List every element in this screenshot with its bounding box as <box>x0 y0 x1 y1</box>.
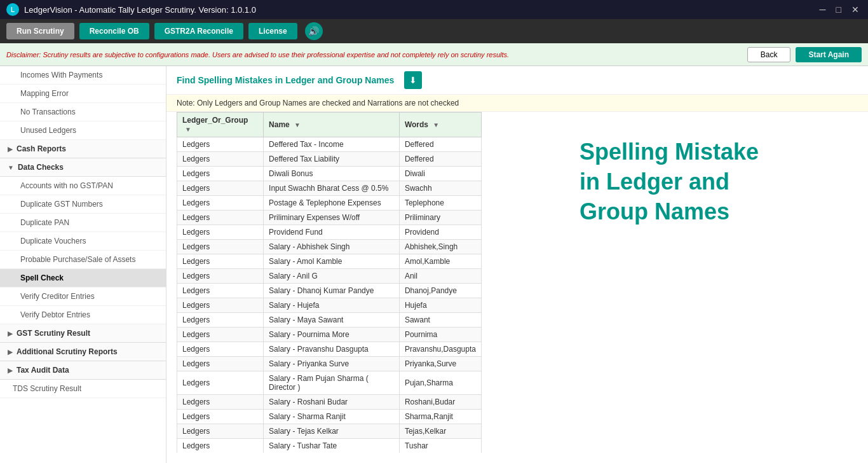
table-cell-ledger_or_group: Ledgers <box>177 211 264 225</box>
gstr2a-reconcile-button[interactable]: GSTR2A Reconcile <box>154 23 243 39</box>
table-cell-words: Pujan,Sharma <box>399 371 481 395</box>
section-header: Find Spelling Mistakes in Ledger and Gro… <box>166 66 868 95</box>
window-controls[interactable]: ─ □ ✕ <box>817 4 862 15</box>
table-row[interactable]: LedgersPostage & Teplephone ExpensesTepl… <box>177 196 482 211</box>
sidebar-item-duplicate-pan[interactable]: Duplicate PAN <box>0 214 166 232</box>
license-button[interactable]: License <box>248 23 297 39</box>
chevron-right-icon-tax: ▶ <box>8 367 13 374</box>
table-row[interactable]: LedgersSalary - Sharma RanjitSharma,Ranj… <box>177 410 482 424</box>
table-cell-ledger_or_group: Ledgers <box>177 167 264 181</box>
sidebar-item-verify-creditor[interactable]: Verify Creditor Entries <box>0 287 166 306</box>
table-cell-words: Tushar <box>399 439 481 453</box>
sidebar-item-accounts-no-gst[interactable]: Accounts with no GST/PAN <box>0 177 166 195</box>
table-row[interactable]: LedgersSalary - Pournima MorePournima <box>177 328 482 342</box>
table-cell-words: Anil <box>399 269 481 284</box>
table-row[interactable]: LedgersDeffered Tax LiabilityDeffered <box>177 152 482 167</box>
table-cell-ledger_or_group: Ledgers <box>177 284 264 298</box>
table-row[interactable]: LedgersSalary - Tushar TateTushar <box>177 439 482 453</box>
table-row[interactable]: LedgersProvidend FundProvidend <box>177 225 482 240</box>
table-cell-name: Providend Fund <box>264 225 400 240</box>
table-cell-ledger_or_group: Ledgers <box>177 181 264 196</box>
table-row[interactable]: LedgersSalary - Abhishek SinghAbhishek,S… <box>177 240 482 254</box>
table-cell-name: Salary - Dhanoj Kumar Pandye <box>264 284 400 298</box>
table-row[interactable]: LedgersSalary - Priyanka SurvePriyanka,S… <box>177 357 482 371</box>
table-row[interactable]: LedgersDiwali BonusDiwali <box>177 167 482 181</box>
disclaimer-actions: Back Start Again <box>747 47 862 62</box>
sidebar-group-data-checks[interactable]: ▼ Data Checks <box>0 158 166 177</box>
table-row[interactable]: LedgersSalary - Dhanoj Kumar PandyeDhano… <box>177 284 482 298</box>
speaker-icon[interactable]: 🔊 <box>305 22 323 40</box>
table-row[interactable]: LedgersSalary - Pravanshu DasguptaPravan… <box>177 342 482 357</box>
sidebar-item-unused-ledgers[interactable]: Unused Ledgers <box>0 121 166 140</box>
table-cell-ledger_or_group: Ledgers <box>177 395 264 410</box>
table-cell-ledger_or_group: Ledgers <box>177 439 264 453</box>
table-row[interactable]: LedgersSalary - Anil GAnil <box>177 269 482 284</box>
sidebar-item-verify-debtor[interactable]: Verify Debtor Entries <box>0 306 166 324</box>
table-wrap: Ledger_Or_Group ▼ Name ▼ Words ▼ Ledgers… <box>177 112 482 453</box>
spell-check-table: Ledger_Or_Group ▼ Name ▼ Words ▼ Ledgers… <box>177 112 482 453</box>
sidebar-group-cash-reports-label: Cash Reports <box>17 144 66 153</box>
sidebar-group-gst-label: GST Scrutiny Result <box>17 329 90 338</box>
table-row[interactable]: LedgersSalary - Ram Pujan Sharma ( Direc… <box>177 371 482 395</box>
sidebar-group-tax-audit[interactable]: ▶ Tax Audit Data <box>0 361 166 380</box>
table-cell-words: Deffered <box>399 137 481 152</box>
table-row[interactable]: LedgersSalary - HujefaHujefa <box>177 298 482 313</box>
sidebar-item-mapping-error[interactable]: Mapping Error <box>0 85 166 103</box>
sidebar-item-duplicate-gst[interactable]: Duplicate GST Numbers <box>0 195 166 214</box>
table-cell-words: Sharma,Ranjit <box>399 410 481 424</box>
maximize-button[interactable]: □ <box>834 4 844 15</box>
table-cell-name: Salary - Priyanka Surve <box>264 357 400 371</box>
table-cell-name: Salary - Tejas Kelkar <box>264 424 400 439</box>
reconcile-ob-button[interactable]: Reconcile OB <box>79 23 149 39</box>
sidebar-item-tds-scrutiny[interactable]: TDS Scrutiny Result <box>0 380 166 398</box>
sidebar-group-additional-reports[interactable]: ▶ Additional Scrutiny Reports <box>0 343 166 361</box>
disclaimer-text: Disclaimer: Scrutiny results are subject… <box>6 51 747 59</box>
back-button[interactable]: Back <box>747 47 791 62</box>
table-cell-words: Abhishek,Singh <box>399 240 481 254</box>
table-row[interactable]: LedgersDeffered Tax - IncomeDeffered <box>177 137 482 152</box>
table-cell-ledger_or_group: Ledgers <box>177 313 264 328</box>
table-row[interactable]: LedgersInput Swachh Bharat Cess @ 0.5%Sw… <box>177 181 482 196</box>
col-header-name: Name ▼ <box>264 113 400 137</box>
sidebar-group-gst-scrutiny[interactable]: ▶ GST Scrutiny Result <box>0 324 166 343</box>
table-cell-words: Diwali <box>399 167 481 181</box>
table-cell-words: Deffered <box>399 152 481 167</box>
table-cell-words: Pournima <box>399 328 481 342</box>
content-area: Find Spelling Mistakes in Ledger and Gro… <box>166 66 868 463</box>
table-row[interactable]: LedgersSalary - Tejas KelkarTejas,Kelkar <box>177 424 482 439</box>
table-cell-ledger_or_group: Ledgers <box>177 410 264 424</box>
section-title: Find Spelling Mistakes in Ledger and Gro… <box>177 75 394 85</box>
table-row[interactable]: LedgersSalary - Roshani BudarRoshani,Bud… <box>177 395 482 410</box>
minimize-button[interactable]: ─ <box>817 4 829 15</box>
title-bar-left: L LedgerVision - Automatic Tally Ledger … <box>6 3 256 16</box>
chevron-down-icon: ▼ <box>8 164 14 171</box>
table-cell-words: Roshani,Budar <box>399 395 481 410</box>
sidebar-item-probable-purchase-sale[interactable]: Probable Purchase/Sale of Assets <box>0 251 166 269</box>
table-cell-name: Input Swachh Bharat Cess @ 0.5% <box>264 181 400 196</box>
table-row[interactable]: LedgersSalary - Amol KambleAmol,Kamble <box>177 254 482 269</box>
close-button[interactable]: ✕ <box>849 4 862 15</box>
sidebar-group-data-checks-label: Data Checks <box>18 163 64 172</box>
table-cell-name: Salary - Hujefa <box>264 298 400 313</box>
run-scrutiny-button[interactable]: Run Scrutiny <box>6 23 74 39</box>
sidebar-group-cash-reports[interactable]: ▶ Cash Reports <box>0 140 166 158</box>
table-cell-words: Amol,Kamble <box>399 254 481 269</box>
big-panel-title: Spelling Mistake in Ledger and Group Nam… <box>580 137 770 226</box>
table-row[interactable]: LedgersPriliminary Expenses W/offPrilimi… <box>177 211 482 225</box>
table-row[interactable]: LedgersSalary - Maya SawantSawant <box>177 313 482 328</box>
col-header-words: Words ▼ <box>399 113 481 137</box>
table-cell-name: Salary - Pravanshu Dasgupta <box>264 342 400 357</box>
table-cell-ledger_or_group: Ledgers <box>177 298 264 313</box>
table-cell-words: Swachh <box>399 181 481 196</box>
table-cell-name: Salary - Amol Kamble <box>264 254 400 269</box>
download-button[interactable]: ⬇ <box>404 71 422 89</box>
sidebar-item-no-transactions[interactable]: No Transactions <box>0 103 166 121</box>
start-again-button[interactable]: Start Again <box>796 47 862 62</box>
sidebar-item-duplicate-vouchers[interactable]: Duplicate Vouchers <box>0 232 166 251</box>
sidebar-item-incomes-with-payments[interactable]: Incomes With Payments <box>0 66 166 85</box>
table-cell-ledger_or_group: Ledgers <box>177 269 264 284</box>
sidebar-item-spell-check[interactable]: Spell Check <box>0 269 166 287</box>
table-cell-name: Deffered Tax Liability <box>264 152 400 167</box>
table-cell-ledger_or_group: Ledgers <box>177 152 264 167</box>
table-cell-ledger_or_group: Ledgers <box>177 328 264 342</box>
